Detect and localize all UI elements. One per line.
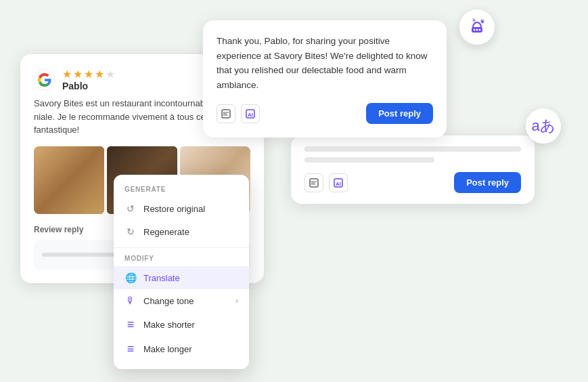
reply-card-2: AI Post reply [291, 135, 535, 204]
post-reply-button-2[interactable]: Post reply [454, 172, 521, 193]
regenerate-label: Regenerate [143, 227, 189, 237]
ai-float-icon [459, 9, 495, 45]
translate-icon-text: aあ [531, 116, 555, 136]
modify-section-label: MODIFY [114, 252, 249, 266]
review-image-1 [34, 146, 104, 214]
reply-footer-2: AI Post reply [304, 172, 521, 193]
reply-icons-2: AI [304, 173, 348, 192]
ai-edit-icon-btn[interactable]: AI [241, 104, 260, 123]
svg-point-1 [474, 29, 476, 31]
chevron-right-icon: › [235, 296, 238, 305]
format-icon-btn[interactable] [217, 104, 235, 123]
change-tone-item[interactable]: 🎙 Change tone › [114, 289, 249, 312]
svg-point-3 [479, 29, 481, 31]
star-4: ★ [95, 68, 104, 81]
reply-card-1: Thank you, Pablo, for sharing your posit… [203, 20, 447, 137]
svg-text:AI: AI [336, 181, 341, 187]
ai-edit-icon-btn-2[interactable]: AI [329, 173, 348, 192]
reply-text-1: Thank you, Pablo, for sharing your posit… [217, 34, 433, 92]
star-rating: ★ ★ ★ ★ ★ [62, 68, 115, 81]
make-shorter-item[interactable]: ≡ Make shorter [114, 312, 249, 337]
translate-item-icon: 🌐 [125, 272, 137, 283]
make-longer-label: Make longer [143, 344, 192, 354]
svg-point-2 [476, 29, 478, 31]
generate-section-label: GENERATE [114, 183, 249, 197]
star-5: ★ [106, 68, 115, 81]
dropdown-divider [114, 247, 249, 248]
regenerate-icon: ↻ [125, 226, 137, 237]
ai-dropdown-menu: GENERATE ↺ Restore original ↻ Regenerate… [114, 175, 249, 369]
translate-label: Translate [143, 273, 180, 283]
review-author-block: ★ ★ ★ ★ ★ Pablo [62, 68, 115, 91]
svg-text:AI: AI [248, 112, 253, 118]
restore-original-item[interactable]: ↺ Restore original [114, 197, 249, 220]
make-longer-item[interactable]: ≡ Make longer [114, 337, 249, 361]
reply-icons-1: AI [217, 104, 260, 123]
author-name: Pablo [62, 81, 115, 91]
google-logo [34, 69, 55, 91]
star-2: ★ [73, 68, 83, 81]
shorter-icon: ≡ [125, 318, 137, 331]
star-3: ★ [84, 68, 93, 81]
restore-original-label: Restore original [143, 204, 205, 214]
make-shorter-label: Make shorter [143, 320, 195, 330]
translate-float-icon: aあ [526, 108, 561, 144]
change-tone-label: Change tone [143, 296, 194, 306]
format-icon-btn-2[interactable] [304, 173, 323, 192]
reply-placeholder-line-2 [304, 157, 434, 163]
longer-icon: ≡ [125, 343, 137, 355]
reply-footer-1: AI Post reply [217, 103, 433, 124]
restore-icon: ↺ [125, 203, 137, 214]
translate-item[interactable]: 🌐 Translate [114, 266, 249, 289]
reply-placeholder-line-1 [304, 146, 521, 152]
star-1: ★ [62, 68, 72, 81]
post-reply-button-1[interactable]: Post reply [366, 103, 433, 124]
tone-icon: 🎙 [125, 295, 137, 306]
regenerate-item[interactable]: ↻ Regenerate [114, 220, 249, 243]
